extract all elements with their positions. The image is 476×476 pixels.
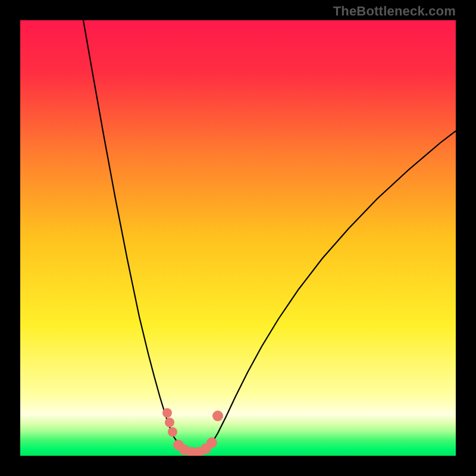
left-curve (83, 20, 190, 452)
plot-area (20, 20, 456, 456)
curves-layer (20, 20, 456, 456)
bottom-dots-group (162, 408, 223, 456)
dot (165, 418, 174, 427)
right-curve (205, 131, 456, 452)
dot (162, 408, 172, 418)
dot (206, 437, 217, 448)
chart-frame: TheBottleneck.com (0, 0, 476, 476)
attribution-label: TheBottleneck.com (333, 4, 456, 19)
dot (168, 427, 177, 437)
dot (212, 411, 223, 421)
